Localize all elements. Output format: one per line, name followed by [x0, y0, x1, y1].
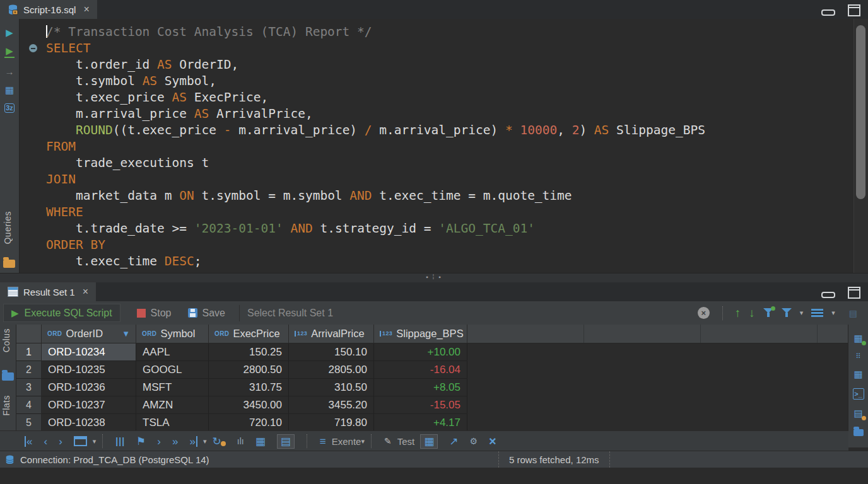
- columns-rail-label[interactable]: Colus: [1, 328, 11, 352]
- sql-editor[interactable]: /* Transaction Cost Analysis (TCA) Repor…: [20, 19, 868, 273]
- cell-slippage_bps[interactable]: -15.05: [374, 396, 467, 414]
- view-selector-caret-icon[interactable]: ▾: [361, 437, 365, 446]
- edit-cell-icon[interactable]: ✎: [384, 437, 392, 446]
- result-set-selector-input[interactable]: Select Result Set 1: [239, 305, 691, 321]
- editor-scrollbar-thumb[interactable]: [856, 25, 865, 199]
- view-menu-icon[interactable]: ≡: [320, 436, 326, 447]
- refresh-resultset-icon[interactable]: ↻: [213, 436, 226, 447]
- grid-view-folder-icon[interactable]: [2, 372, 14, 381]
- text-view-icon[interactable]: ▤: [277, 434, 295, 449]
- sort-desc-icon[interactable]: ▼: [122, 329, 130, 338]
- console-view-icon[interactable]: >_: [853, 388, 864, 400]
- maximize-panel-button[interactable]: [848, 4, 860, 16]
- cell-orderid[interactable]: ORD-10237: [42, 396, 136, 414]
- execute-sql-script-button[interactable]: ▶ Execute SQL Script: [3, 304, 120, 322]
- columns-fit-icon[interactable]: |||: [115, 437, 125, 446]
- row-number[interactable]: 4: [16, 396, 42, 414]
- column-config-icon[interactable]: ▤: [849, 309, 857, 318]
- cell-execprice[interactable]: 150.25: [209, 343, 289, 361]
- tab-result-set-1[interactable]: Result Set 1 ×: [0, 282, 96, 301]
- cell-slippage_bps[interactable]: +10.00: [374, 343, 467, 361]
- cell-orderid[interactable]: ORD-10236: [42, 379, 136, 396]
- cell-symbol[interactable]: MSFT: [136, 379, 209, 396]
- add-filter-icon[interactable]: [763, 308, 773, 318]
- clear-selector-icon[interactable]: ×: [698, 307, 710, 319]
- connection-status[interactable]: Connection: Prod_TCA_DB (PostgreSQL 14): [0, 454, 209, 465]
- cell-arrivalprice[interactable]: 3455.20: [289, 396, 374, 414]
- last-record-icon[interactable]: »: [190, 436, 197, 447]
- window-view-caret-icon[interactable]: ▾: [93, 437, 97, 446]
- cell-slippage_bps[interactable]: +8.05: [374, 379, 467, 396]
- first-record-icon[interactable]: «: [25, 436, 32, 447]
- filter-dropdown-caret-icon[interactable]: ▾: [800, 309, 804, 317]
- row-number[interactable]: 1: [16, 343, 42, 361]
- tab-script-16[interactable]: Script-16.sql ×: [0, 0, 97, 19]
- stop-button[interactable]: Stop: [137, 308, 172, 319]
- script-doc-icon[interactable]: ▤: [848, 408, 868, 419]
- save-button[interactable]: Save: [188, 308, 225, 319]
- cell-arrivalprice[interactable]: 719.80: [289, 414, 374, 432]
- refresh-grid-icon[interactable]: ▦: [848, 333, 868, 344]
- cell-execprice[interactable]: 2800.50: [209, 361, 289, 379]
- window-view-icon[interactable]: [74, 436, 87, 446]
- next-match-icon[interactable]: ↓: [749, 306, 755, 320]
- result-grid[interactable]: ORDOrderID▼ORDSymbolORDExecPrice123Arriv…: [16, 325, 868, 447]
- cell-slippage_bps[interactable]: -16.04: [374, 361, 467, 379]
- search-folder-icon[interactable]: [848, 427, 868, 438]
- value-view-icon[interactable]: ⠿: [848, 352, 868, 360]
- view-selector-label[interactable]: Exente: [332, 436, 361, 447]
- panel-layout-icon[interactable]: [811, 309, 823, 317]
- cell-symbol[interactable]: AMZN: [136, 396, 209, 414]
- cell-orderid[interactable]: ORD-10234: [42, 343, 136, 361]
- previous-match-icon[interactable]: ↑: [735, 306, 741, 320]
- cell-arrivalprice[interactable]: 310.50: [289, 379, 374, 396]
- splitter-handle-icon[interactable]: ▪ ⁞ ▪: [0, 274, 868, 281]
- grid-view-icon[interactable]: ▦: [255, 436, 266, 447]
- cell-symbol[interactable]: AAPL: [136, 343, 209, 361]
- close-result-tab-icon[interactable]: ×: [83, 287, 88, 297]
- settings-icon[interactable]: ⚙: [469, 437, 478, 446]
- cell-symbol[interactable]: TSLA: [136, 414, 209, 432]
- filters-rail-label[interactable]: Flats: [1, 395, 11, 416]
- row-number[interactable]: 2: [16, 361, 42, 379]
- run-query-icon[interactable]: ▶: [0, 28, 19, 37]
- row-number[interactable]: 3: [16, 379, 42, 396]
- close-tab-icon[interactable]: ×: [83, 4, 89, 14]
- editor-scrollbar[interactable]: [853, 19, 868, 273]
- expand-panel-icon[interactable]: ↗: [449, 436, 458, 447]
- queries-rail-label[interactable]: Queries: [3, 211, 13, 245]
- column-header-orderid[interactable]: ORDOrderID▼: [42, 325, 136, 343]
- cell-symbol[interactable]: GOOGL: [136, 361, 209, 379]
- cell-arrivalprice[interactable]: 2805.00: [289, 361, 374, 379]
- statistics-icon[interactable]: ılı: [237, 437, 244, 446]
- close-panel-icon[interactable]: ×: [489, 435, 496, 447]
- column-header-arrivalprice[interactable]: 123ArrivalPrice: [289, 325, 374, 343]
- row-number-header[interactable]: [16, 325, 42, 343]
- filter-icon[interactable]: [782, 308, 792, 318]
- minimize-panel-button[interactable]: [821, 9, 835, 16]
- cell-orderid[interactable]: ORD-10235: [42, 361, 136, 379]
- fetch-caret-icon[interactable]: ▾: [203, 437, 207, 446]
- next-record-icon[interactable]: ›: [59, 436, 62, 447]
- cell-arrivalprice[interactable]: 150.10: [289, 343, 374, 361]
- queries-folder-icon[interactable]: [3, 260, 15, 268]
- format-sql-icon[interactable]: 3z: [4, 103, 15, 113]
- cell-orderid[interactable]: ORD-10238: [42, 414, 136, 432]
- panel-splitter[interactable]: ▪ ⁞ ▪: [0, 273, 868, 283]
- cell-execprice[interactable]: 720.10: [209, 414, 289, 432]
- fetch-next-page-icon[interactable]: ›: [157, 436, 161, 447]
- minimize-results-button[interactable]: [821, 292, 835, 298]
- fetch-all-icon[interactable]: »: [172, 436, 178, 447]
- panels-view-icon[interactable]: ▦: [848, 369, 868, 380]
- column-header-symbol[interactable]: ORDSymbol: [136, 325, 209, 343]
- fold-collapse-icon[interactable]: [29, 44, 37, 52]
- explain-plan-icon[interactable]: →: [0, 67, 19, 76]
- cell-execprice[interactable]: 3450.00: [209, 396, 289, 414]
- cell-slippage_bps[interactable]: +4.17: [374, 414, 467, 432]
- maximize-results-button[interactable]: [848, 287, 860, 299]
- export-resultset-icon[interactable]: ▦: [0, 85, 19, 95]
- cell-execprice[interactable]: 310.75: [209, 379, 289, 396]
- column-header-slippage_bps[interactable]: 123Slippage_BPS: [374, 325, 467, 343]
- calc-panel-icon[interactable]: ▦: [420, 434, 438, 449]
- run-script-icon[interactable]: ▶: [4, 46, 15, 58]
